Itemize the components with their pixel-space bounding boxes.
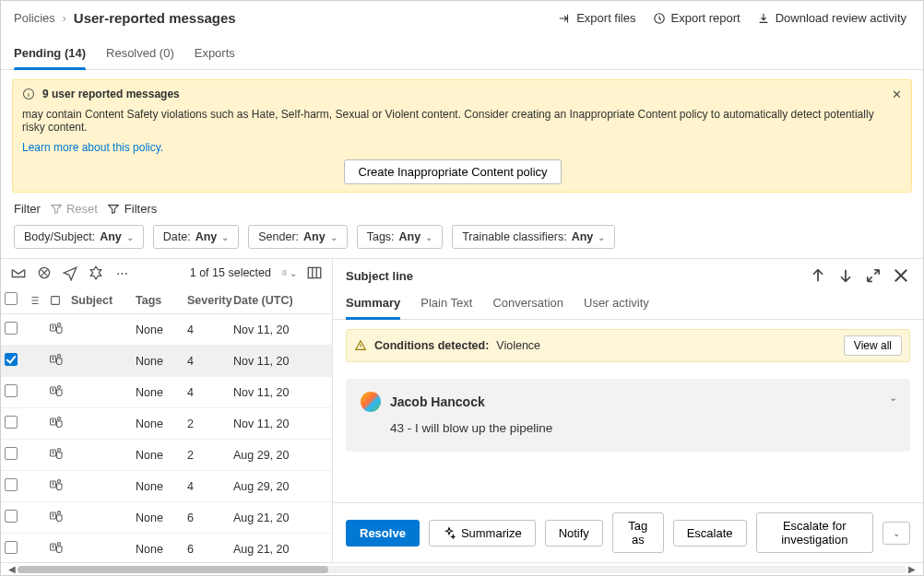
row-checkbox[interactable] [5,322,18,335]
filter-pill-body-subject[interactable]: Body/Subject: Any⌄ [14,225,144,249]
scroll-right-icon[interactable]: ▶ [906,564,918,574]
row-checkbox[interactable] [5,510,18,523]
column-tags[interactable]: Tags [136,294,187,307]
cell-severity: 4 [187,323,233,336]
breadcrumb-root[interactable]: Policies [14,11,55,25]
filters-button[interactable]: Filters [107,202,157,216]
banner-count: 9 user reported messages [42,88,180,100]
escalate-button[interactable]: Escalate [673,520,747,547]
horizontal-scrollbar[interactable]: ◀ ▶ [1,562,923,575]
preview-tab-plaintext[interactable]: Plain Text [421,288,472,319]
prev-message-icon[interactable] [809,266,827,285]
cell-severity: 6 [187,511,233,524]
preview-header: Subject line [333,259,923,288]
tag-action-icon[interactable] [36,264,53,281]
notify-button[interactable]: Notify [545,520,603,547]
content-safety-banner: 9 user reported messages may contain Con… [12,79,912,193]
column-severity[interactable]: Severity [187,294,233,307]
row-checkbox[interactable] [5,478,18,491]
scroll-thumb[interactable] [18,566,328,573]
create-policy-button[interactable]: Create Inappropriate Content policy [344,159,561,184]
cell-severity: 6 [187,543,233,556]
row-checkbox[interactable] [5,416,18,429]
sort-icon[interactable] [29,294,41,307]
next-message-icon[interactable] [836,266,855,285]
preview-tab-summary[interactable]: Summary [346,288,400,319]
cell-date: Aug 21, 20 [233,511,328,524]
teams-icon [49,540,71,558]
table-row[interactable]: None2Aug 29, 20 [1,440,332,471]
table-row[interactable]: None4Nov 11, 20 [1,346,332,377]
svg-point-12 [57,417,60,420]
table-row[interactable]: None6Aug 21, 20 [1,502,332,534]
filter-label: Filter [14,202,41,216]
export-report-button[interactable]: Export report [653,11,740,25]
send-icon[interactable] [62,264,78,281]
message-rows[interactable]: None4Nov 11, 20None4Nov 11, 20None4Nov 1… [1,314,332,562]
mark-read-icon[interactable] [10,264,27,281]
column-subject[interactable]: Subject [71,294,136,307]
row-checkbox[interactable] [5,447,18,460]
column-date[interactable]: Date (UTC) [233,294,328,307]
filter-pill-tags[interactable]: Tags: Any⌄ [357,225,444,249]
columns-icon[interactable] [306,264,323,281]
tab-pending[interactable]: Pending (14) [14,39,86,69]
tag-as-button[interactable]: Tag as [612,512,664,553]
table-row[interactable]: None4Nov 11, 20 [1,377,332,408]
dismiss-icon[interactable] [88,264,104,281]
export-files-label: Export files [576,11,635,25]
cell-tags: None [136,386,187,399]
row-checkbox[interactable] [5,353,18,366]
more-actions-button[interactable]: ⌄ [883,522,910,545]
cell-tags: None [136,323,187,336]
tab-resolved[interactable]: Resolved (0) [106,39,174,69]
table-row[interactable]: None2Nov 11, 20 [1,408,332,440]
preview-tab-conversation[interactable]: Conversation [492,288,563,319]
top-bar: Policies › User-reported messages Export… [1,1,923,31]
export-files-icon [558,12,571,25]
banner-learn-more-link[interactable]: Learn more about this policy. [22,141,163,154]
filter-pill-classifiers[interactable]: Trainable classifiers: Any⌄ [452,225,615,249]
reset-button[interactable]: Reset [50,202,98,216]
sender-avatar [361,392,381,412]
svg-rect-3 [308,267,321,277]
row-checkbox[interactable] [5,541,18,554]
export-files-button[interactable]: Export files [558,11,635,25]
summarize-button[interactable]: Summarize [429,520,536,547]
table-row[interactable]: None4Aug 29, 20 [1,471,332,502]
close-pane-icon[interactable] [892,266,910,285]
cell-tags: None [136,480,187,493]
expand-pane-icon[interactable] [864,266,883,285]
table-row[interactable]: None4Nov 11, 20 [1,314,332,346]
svg-point-10 [57,386,60,389]
select-all-checkbox[interactable] [5,292,18,305]
chevron-down-icon: ⌄ [425,232,432,242]
teams-icon [49,321,71,338]
cell-tags: None [136,355,187,368]
export-report-icon [653,12,666,25]
page-actions: Export files Export report Download revi… [558,11,906,25]
tab-exports[interactable]: Exports [195,39,235,69]
conditions-value: Violence [496,339,540,352]
breadcrumb: Policies › User-reported messages [14,10,543,26]
escalate-investigation-button[interactable]: Escalate for investigation [756,512,873,553]
resolve-button[interactable]: Resolve [346,520,420,547]
more-icon[interactable]: ⋯ [113,264,130,281]
row-checkbox[interactable] [5,384,18,397]
preview-tab-useractivity[interactable]: User activity [584,288,649,319]
filters-label: Filters [124,202,157,216]
table-row[interactable]: None6Aug 21, 20 [1,534,332,562]
scroll-left-icon[interactable]: ◀ [6,564,18,574]
filter-pill-sender[interactable]: Sender: Any⌄ [248,225,347,249]
view-all-button[interactable]: View all [844,335,902,356]
chevron-down-icon: ⌄ [330,232,338,242]
group-icon[interactable]: ⌄ [280,264,297,281]
message-expand-icon[interactable]: ⌄ [889,392,897,404]
download-review-button[interactable]: Download review activity [757,11,906,25]
teams-icon [49,509,71,526]
scroll-track[interactable] [18,566,906,573]
banner-close-icon[interactable]: ✕ [892,88,902,101]
message-body: 43 - I will blow up the pipeline [390,421,895,435]
filter-pill-date[interactable]: Date: Any⌄ [153,225,240,249]
export-report-label: Export report [671,11,740,25]
